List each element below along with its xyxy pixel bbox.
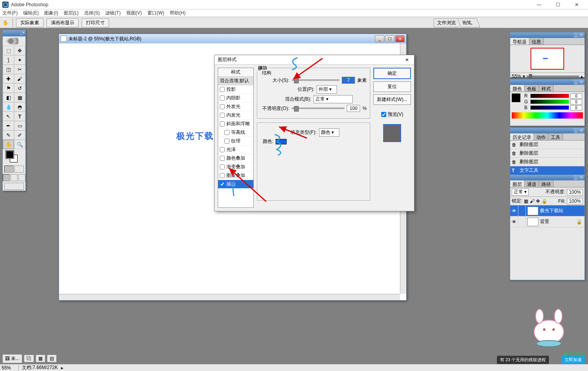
- doc-close-button[interactable]: ✕: [395, 35, 405, 42]
- style-outer-glow[interactable]: 外发光: [218, 103, 253, 111]
- menu-image[interactable]: 图象(I): [44, 10, 58, 16]
- menu-view[interactable]: 视图(V): [126, 10, 142, 16]
- r-value[interactable]: 0: [570, 94, 582, 99]
- checkbox[interactable]: [224, 130, 229, 135]
- tab-layers[interactable]: 图层: [510, 180, 525, 187]
- history-item[interactable]: 🗑删除图层: [510, 149, 584, 158]
- nav-zoom-slider[interactable]: [527, 76, 579, 77]
- wand-tool-icon[interactable]: ✦: [14, 55, 25, 65]
- link-icon[interactable]: [518, 205, 526, 216]
- lock-paint-icon[interactable]: 🖌: [530, 198, 534, 204]
- tab-styles[interactable]: 样式: [539, 85, 554, 92]
- screen-full-icon[interactable]: [18, 174, 25, 181]
- zoom-in-icon[interactable]: ▴: [581, 74, 583, 79]
- zoom-value[interactable]: 55%: [2, 365, 19, 371]
- tab-history[interactable]: 历史记录: [510, 133, 534, 140]
- styles-header[interactable]: 样式: [218, 68, 253, 77]
- task-tile-icon[interactable]: ▦: [36, 355, 45, 362]
- link-icon[interactable]: [518, 216, 526, 227]
- size-input[interactable]: 7: [342, 77, 355, 84]
- history-brush-icon[interactable]: ↺: [14, 83, 25, 93]
- preview-checkbox[interactable]: 预览(V): [373, 111, 411, 118]
- r-slider[interactable]: [531, 94, 569, 98]
- foreground-color-icon[interactable]: [6, 151, 14, 158]
- menu-window[interactable]: 窗口(W): [147, 10, 164, 16]
- tab-swatches[interactable]: 色板: [525, 85, 539, 92]
- standard-mode-icon[interactable]: [4, 166, 14, 173]
- tab-navigator[interactable]: 导航器: [510, 38, 529, 45]
- actual-pixels-button[interactable]: 实际象素: [16, 18, 43, 27]
- style-contour[interactable]: 等高线: [218, 128, 253, 137]
- style-bevel[interactable]: 斜面和浮雕: [218, 120, 253, 128]
- style-gradient-overlay[interactable]: 渐变叠加: [218, 163, 253, 171]
- history-item[interactable]: 🗑删除图层: [510, 158, 584, 166]
- heal-tool-icon[interactable]: ✚: [3, 74, 14, 83]
- task-item[interactable]: 🖼 未...: [2, 354, 22, 363]
- lasso-tool-icon[interactable]: ⟆: [3, 55, 14, 65]
- menu-edit[interactable]: 编辑(E): [23, 10, 39, 16]
- blendmode-select[interactable]: 正常 ▾: [314, 95, 353, 103]
- marquee-tool-icon[interactable]: ⬚: [3, 46, 14, 55]
- navigator-thumbnail[interactable]: [510, 45, 584, 72]
- history-item[interactable]: 🗑删除图层: [510, 140, 584, 149]
- checkbox[interactable]: [220, 182, 225, 187]
- hand-tool-icon[interactable]: ✋: [3, 140, 14, 149]
- checkbox[interactable]: [220, 156, 225, 161]
- print-size-button[interactable]: 打印尺寸: [82, 18, 109, 27]
- blendmode-select[interactable]: 正常 ▾: [512, 188, 529, 196]
- checkbox[interactable]: [220, 164, 225, 169]
- slice-tool-icon[interactable]: ✂: [14, 65, 25, 74]
- foreground-swatch[interactable]: [512, 94, 520, 102]
- task-cascade-icon[interactable]: ⿻: [24, 355, 34, 362]
- dialog-close-button[interactable]: ✕: [403, 57, 411, 63]
- style-inner-shadow[interactable]: 内阴影: [218, 94, 253, 103]
- zoom-tool-icon[interactable]: 🔍: [14, 140, 25, 149]
- doc-maximize-button[interactable]: ☐: [385, 35, 394, 42]
- doc-minimize-button[interactable]: _: [375, 35, 384, 42]
- new-style-button[interactable]: 新建样式(W)...: [373, 94, 411, 105]
- style-stroke[interactable]: 描边: [218, 180, 253, 189]
- history-item[interactable]: T文字工具: [510, 166, 584, 175]
- quickmask-mode-icon[interactable]: [14, 166, 24, 173]
- checkbox[interactable]: [220, 104, 225, 109]
- position-select[interactable]: 外部 ▾: [317, 85, 337, 94]
- quickmask-toggle[interactable]: [3, 165, 25, 173]
- cancel-button[interactable]: 复位: [373, 81, 411, 92]
- brush-tab[interactable]: 画笔: [457, 18, 480, 27]
- eraser-tool-icon[interactable]: ◧: [3, 93, 14, 102]
- notes-tool-icon[interactable]: ✎: [3, 130, 14, 140]
- crop-tool-icon[interactable]: ◫: [3, 65, 14, 74]
- ok-button[interactable]: 确定: [373, 68, 411, 79]
- dialog-titlebar[interactable]: 图层样式 ✕: [215, 55, 414, 65]
- lock-all-icon[interactable]: 🔒: [541, 198, 547, 204]
- maximize-button[interactable]: ☐: [552, 1, 564, 9]
- type-tool-icon[interactable]: T: [14, 112, 25, 121]
- checkbox[interactable]: [220, 87, 225, 92]
- checkbox[interactable]: [220, 113, 225, 118]
- layer-name[interactable]: 极光下载站: [540, 207, 563, 214]
- hand-tool-icon[interactable]: ✋: [0, 17, 11, 28]
- layer-row[interactable]: 👁 背景 🔒: [510, 216, 584, 227]
- tab-info[interactable]: 信息: [529, 38, 544, 45]
- g-slider[interactable]: [531, 100, 569, 104]
- pen-tool-icon[interactable]: ✒: [3, 121, 14, 130]
- style-drop-shadow[interactable]: 投影: [218, 85, 253, 94]
- spectrum-bar[interactable]: [512, 112, 583, 119]
- layer-name[interactable]: 背景: [540, 218, 549, 225]
- screenmode-toggle[interactable]: [3, 173, 25, 182]
- eyedrop-tool-icon[interactable]: ✐: [14, 130, 25, 140]
- style-inner-glow[interactable]: 内发光: [218, 111, 253, 120]
- g-value[interactable]: 0: [570, 99, 582, 104]
- fill-input[interactable]: 100%: [567, 198, 583, 204]
- screen-standard-icon[interactable]: [3, 174, 10, 181]
- tab-actions[interactable]: 动作: [534, 133, 549, 140]
- checkbox[interactable]: [220, 121, 225, 126]
- close-button[interactable]: ✕: [571, 1, 583, 9]
- style-satin[interactable]: 光泽: [218, 146, 253, 154]
- zoom-out-icon[interactable]: ▾: [523, 74, 525, 79]
- tab-color[interactable]: 颜色: [510, 85, 525, 92]
- task-arrange-icon[interactable]: ▤: [47, 355, 57, 362]
- minimize-button[interactable]: —: [533, 1, 545, 9]
- b-slider[interactable]: [531, 106, 569, 110]
- style-pattern-overlay[interactable]: 图案叠加: [218, 171, 253, 180]
